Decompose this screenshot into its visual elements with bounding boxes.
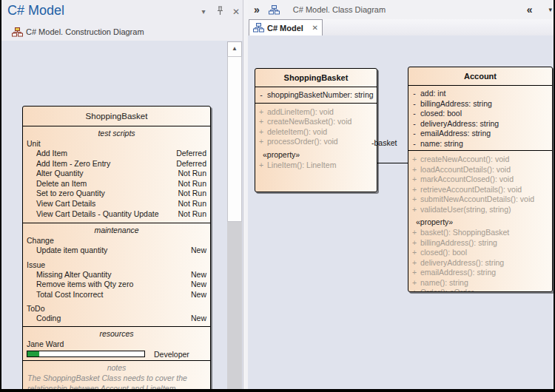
- tab-close-icon[interactable]: ✕: [312, 24, 318, 32]
- chevrons-left-icon[interactable]: «: [527, 1, 533, 18]
- tab-label: C# Model: [267, 24, 309, 33]
- class-shoppingbasket[interactable]: ShoppingBasket -shoppingBasketNumber: st…: [255, 68, 377, 192]
- group-header: Issue: [23, 260, 210, 270]
- member-signature: processOrder(): void: [267, 137, 338, 147]
- item-label: Remove items with Qty zero: [23, 280, 191, 290]
- visibility-glyph: +: [408, 288, 420, 292]
- tab-csharp-model[interactable]: C# Model ✕: [249, 19, 323, 36]
- member-row[interactable]: -billingAddress: string: [408, 99, 552, 109]
- member-signature: shoppingBasketNumber: string: [267, 90, 374, 101]
- section-title: resources: [23, 328, 210, 339]
- member-row[interactable]: +processOrder(): void: [255, 137, 377, 147]
- member-signature: createNewAccount(): void: [420, 155, 509, 165]
- tracked-item-row[interactable]: Set to zero QuantityNot Run: [23, 189, 210, 199]
- member-row[interactable]: +createNewBasket(): void: [255, 117, 377, 127]
- tracked-item-row[interactable]: Delete an ItemNot Run: [23, 179, 210, 189]
- class-attributes: -shoppingBasketNumber: string: [255, 87, 377, 104]
- tracked-item-row[interactable]: Add ItemDeferred: [23, 149, 210, 159]
- member-row[interactable]: +retrieveAccountDetails(): void: [408, 185, 552, 195]
- member-row[interactable]: +name(): string: [408, 278, 552, 288]
- window-frame: C# Model ▾ ✕ C# Model. Construction Diag…: [0, 0, 555, 392]
- diagram-header-title: C# Model. Class Diagram: [293, 5, 527, 14]
- member-row[interactable]: +markAccountClosed(): void: [408, 175, 552, 185]
- item-status: Not Run: [178, 179, 210, 189]
- construction-element-shoppingbasket[interactable]: ShoppingBasket test scriptsUnitAdd ItemD…: [22, 106, 211, 389]
- header-menu-caret-icon[interactable]: ▾: [548, 6, 552, 13]
- pin-icon[interactable]: [213, 6, 226, 18]
- member-row[interactable]: +basket(): ShoppingBasket: [408, 228, 552, 238]
- tracked-item-row[interactable]: View Cart Details - Quantity UpdateNot R…: [23, 209, 210, 220]
- scrollbar-thumb[interactable]: [227, 56, 242, 222]
- member-signature: Order(): eOrder: [420, 288, 474, 292]
- member-row[interactable]: +loadAccountDetails(): void: [408, 165, 552, 175]
- member-row[interactable]: +addLineItem(): void: [255, 107, 377, 118]
- chevrons-right-icon[interactable]: »: [254, 1, 260, 18]
- class-diagram-panel: » C# Model. Class Diagram « ▾: [248, 0, 554, 389]
- tracked-item-row[interactable]: Total Cost IncorrectNew: [23, 290, 210, 300]
- section-resources: resourcesJane WardDeveloper: [23, 327, 210, 361]
- class-account[interactable]: Account -add: int-billingAddress: string…: [408, 67, 553, 292]
- member-row[interactable]: +validateUser(string, string): [408, 205, 552, 215]
- member-row[interactable]: +createNewAccount(): void: [408, 155, 552, 165]
- member-row[interactable]: +emailAddress(): string: [408, 268, 552, 278]
- member-row[interactable]: +Order(): eOrder: [408, 288, 552, 292]
- resource-role-label: Developer: [154, 350, 189, 359]
- stereotype-label: «property»: [408, 217, 552, 228]
- tracked-item-row[interactable]: Update item quantityNew: [23, 246, 210, 256]
- progress-bar-fill: [27, 351, 39, 356]
- class-operations: +createNewAccount(): void+loadAccountDet…: [408, 151, 552, 292]
- panel-menu-caret-icon[interactable]: ▾: [197, 6, 210, 18]
- member-row[interactable]: -closed: bool: [408, 109, 552, 119]
- item-label: View Cart Details: [23, 199, 178, 209]
- member-row[interactable]: -deliveryAddress: string: [408, 119, 552, 129]
- member-signature: name(): string: [420, 278, 468, 288]
- tracked-item-row[interactable]: View Cart DetailsNot Run: [23, 199, 210, 209]
- visibility-glyph: +: [408, 195, 420, 205]
- member-row[interactable]: -emailAddress: string: [408, 129, 552, 139]
- construction-element-sections: test scriptsUnitAdd ItemDeferredAdd Item…: [23, 126, 210, 389]
- member-signature: deliveryAddress(): string: [420, 258, 504, 268]
- construction-diagram-panel: C# Model ▾ ✕ C# Model. Construction Diag…: [1, 0, 243, 389]
- member-row[interactable]: -shoppingBasketNumber: string: [255, 90, 377, 101]
- member-signature: createNewBasket(): void: [267, 117, 352, 127]
- diagram-tab-bar: C# Model ✕: [248, 19, 554, 36]
- visibility-glyph: +: [408, 238, 420, 249]
- member-row[interactable]: -name: string: [408, 139, 552, 149]
- construction-element-title: ShoppingBasket: [23, 107, 210, 126]
- member-row[interactable]: -add: int: [408, 89, 552, 99]
- tracked-item-row[interactable]: Add Item - Zero EntryDeferred: [23, 159, 210, 169]
- tracked-item-row[interactable]: CodingNew: [23, 314, 210, 324]
- item-label: Missing Alter Quantity: [23, 270, 191, 280]
- tracked-item-row[interactable]: Missing Alter QuantityNew: [23, 270, 210, 280]
- tracked-item-row[interactable]: Alter QuantityNot Run: [23, 169, 210, 179]
- panel-close-icon[interactable]: ✕: [229, 6, 243, 18]
- item-label: Total Cost Incorrect: [23, 290, 191, 300]
- association-role-label: -basket: [371, 138, 397, 147]
- tracked-item-row[interactable]: Remove items with Qty zeroNew: [23, 280, 210, 290]
- class-diagram-canvas[interactable]: ShoppingBasket -shoppingBasketNumber: st…: [248, 36, 554, 389]
- visibility-glyph: +: [255, 160, 267, 171]
- visibility-glyph: -: [408, 139, 420, 149]
- visibility-glyph: -: [408, 129, 420, 139]
- item-label: Coding: [23, 314, 191, 324]
- member-row[interactable]: +closed(): bool: [408, 248, 552, 258]
- item-status: New: [191, 314, 210, 324]
- vertical-scrollbar[interactable]: ▲: [227, 41, 242, 389]
- class-attributes: -add: int-billingAddress: string-closed:…: [408, 86, 552, 151]
- member-row[interactable]: +billingAddress(): string: [408, 238, 552, 249]
- visibility-glyph: +: [408, 185, 420, 195]
- item-label: Update item quantity: [23, 246, 191, 256]
- construction-diagram-canvas[interactable]: ShoppingBasket test scriptsUnitAdd ItemD…: [1, 41, 243, 389]
- member-row[interactable]: +LineItem(): LineItem: [255, 160, 377, 171]
- member-row[interactable]: +submitNewAccountDetails(): void: [408, 195, 552, 205]
- item-status: Not Run: [178, 189, 210, 199]
- member-signature: emailAddress(): string: [420, 268, 496, 278]
- breadcrumb[interactable]: C# Model. Construction Diagram: [12, 26, 144, 38]
- member-row[interactable]: +deliveryAddress(): string: [408, 258, 552, 268]
- association-line[interactable]: [377, 163, 408, 163]
- member-row[interactable]: +deleteItem(): void: [255, 127, 377, 138]
- progress-bar: [27, 351, 145, 357]
- member-signature: LineItem(): LineItem: [267, 160, 336, 171]
- scrollbar-up-arrow-icon[interactable]: ▲: [227, 41, 242, 57]
- class-name: ShoppingBasket: [255, 69, 377, 87]
